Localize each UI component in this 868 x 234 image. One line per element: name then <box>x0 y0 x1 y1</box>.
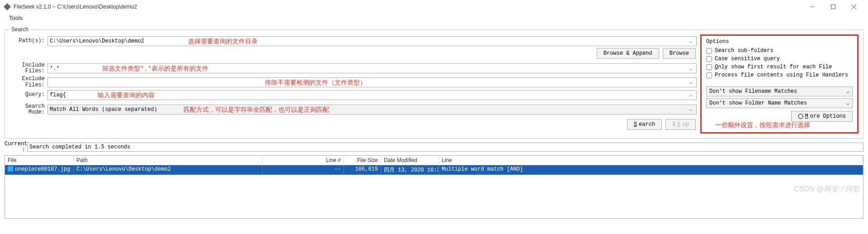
grid-header: File Path Line # File Size Date Modified… <box>5 156 863 165</box>
checkbox[interactable] <box>706 56 712 62</box>
search-left: Path(s): C:\Users\Lenovo\Desktop\demo2 选… <box>9 36 697 134</box>
exclude-input[interactable]: 排除不需要检测的文件（文件类型） ⌵ <box>47 77 697 87</box>
paths-label: Path(s): <box>9 38 47 44</box>
include-label: Include Files: <box>9 62 47 74</box>
close-button[interactable] <box>844 0 864 14</box>
cell-lineval: Multiple word match [AND] <box>439 165 863 175</box>
checkbox[interactable] <box>706 72 712 78</box>
col-file[interactable]: File <box>5 156 74 165</box>
note-mode: 匹配方式，可以是字符串全匹配，也可以是正则匹配 <box>184 106 329 114</box>
col-size[interactable]: File Size <box>344 156 381 165</box>
minimize-button[interactable] <box>802 0 823 14</box>
opt-case[interactable]: Case sensitive query <box>706 56 853 62</box>
options-panel: Options Search sub-folders Case sensitiv… <box>700 34 859 134</box>
menu-tools[interactable]: Tools <box>6 14 25 22</box>
svg-rect-1 <box>831 5 835 9</box>
opt-subfolders[interactable]: Search sub-folders <box>706 48 853 54</box>
col-date[interactable]: Date Modified <box>381 156 439 165</box>
include-input[interactable]: *.* 筛选文件类型*.*表示的是所有的文件 ⌵ <box>47 63 697 73</box>
col-line[interactable]: Line # <box>263 156 344 165</box>
cell-line: -- <box>263 165 344 175</box>
watermark: CSDN @网安？阿哲 <box>794 185 860 194</box>
window-title: FileSeek v2.1.0 ~ C:\Users\Lenovo\Deskto… <box>14 4 802 10</box>
maximize-button[interactable] <box>823 0 844 14</box>
stop-button: Stop <box>665 119 696 130</box>
chevron-down-icon: ⌵ <box>846 100 849 107</box>
note-options: 一些额外设置，按照需求进行选择 <box>715 121 810 129</box>
search-fieldset: Search Path(s): C:\Users\Lenovo\Desktop\… <box>5 26 863 138</box>
current-row: Current : Search completed in 1.5 second… <box>5 141 863 153</box>
table-row[interactable]: onepiece00187.jpg C:\Users\Lenovo\Deskto… <box>5 165 863 175</box>
search-legend: Search <box>9 26 30 33</box>
options-legend: Options <box>706 38 853 45</box>
results-grid[interactable]: File Path Line # File Size Date Modified… <box>5 155 863 219</box>
mode-select[interactable]: Match All Words (space separated) 匹配方式，可… <box>47 105 697 115</box>
mode-label: Search Mode: <box>9 104 47 115</box>
current-label: Current : <box>5 141 27 153</box>
opt-handlers[interactable]: Process file contents using File Handler… <box>706 72 853 78</box>
checkbox[interactable] <box>706 64 712 70</box>
chevron-down-icon: ⌵ <box>687 106 694 113</box>
more-options-button[interactable]: More Options <box>791 111 853 122</box>
window-controls <box>802 0 864 14</box>
browse-button[interactable]: Browse <box>663 48 696 59</box>
browse-append-button[interactable]: Browse & Append <box>597 48 659 59</box>
file-icon <box>8 166 13 172</box>
col-lineval[interactable]: Line <box>439 156 863 165</box>
search-button[interactable]: Search <box>627 119 662 130</box>
exclude-label: Exclude Files: <box>9 76 47 88</box>
app-icon <box>4 3 11 10</box>
titlebar: FileSeek v2.1.0 ~ C:\Users\Lenovo\Deskto… <box>0 0 868 14</box>
chevron-down-icon: ⌵ <box>687 38 694 45</box>
query-label: Query: <box>9 92 47 98</box>
note-paths: 选择需要查询的文件目录 <box>188 38 258 46</box>
query-input[interactable]: flag{ 输入需要查询的内容 ⌵ <box>47 90 697 100</box>
cell-file: onepiece00187.jpg <box>5 165 74 175</box>
note-query: 输入需要查询的内容 <box>98 91 155 100</box>
paths-input[interactable]: C:\Users\Lenovo\Desktop\demo2 选择需要查询的文件目… <box>47 36 697 46</box>
gear-icon <box>798 114 803 119</box>
chevron-down-icon: ⌵ <box>687 91 694 98</box>
folder-matches-select[interactable]: Don't show Folder Name Matches⌵ <box>706 98 853 108</box>
cell-date: 四月 13, 2020 16:32 <box>381 165 439 175</box>
cell-path: C:\Users\Lenovo\Desktop\demo2 <box>74 165 263 175</box>
note-exclude: 排除不需要检测的文件（文件类型） <box>265 79 366 87</box>
current-value: Search completed in 1.5 seconds <box>27 143 863 152</box>
chevron-down-icon: ⌵ <box>687 79 694 86</box>
cell-size: 106,619 <box>344 165 381 175</box>
chevron-down-icon: ⌵ <box>846 88 849 95</box>
checkbox[interactable] <box>706 48 712 54</box>
col-path[interactable]: Path <box>74 156 263 165</box>
opt-onlyfirst[interactable]: Only show first result for each File <box>706 64 853 70</box>
filename-matches-select[interactable]: Don't show Filename Matches⌵ <box>706 86 853 96</box>
chevron-down-icon: ⌵ <box>687 65 694 72</box>
note-include: 筛选文件类型*.*表示的是所有的文件 <box>102 65 208 73</box>
menubar: Tools <box>0 14 868 24</box>
